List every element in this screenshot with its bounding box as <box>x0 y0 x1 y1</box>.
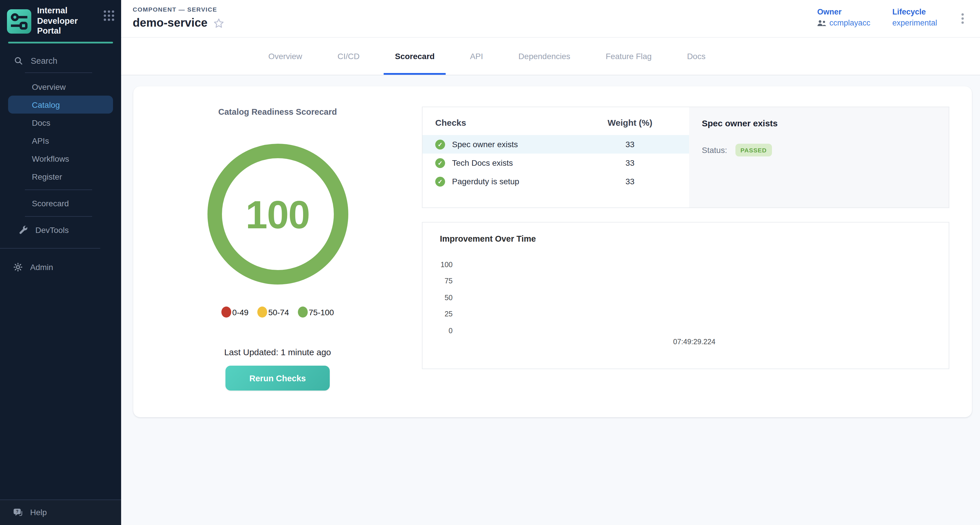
y-axis-tick: 50 <box>430 294 453 302</box>
tab-overview[interactable]: Overview <box>267 38 303 75</box>
app-viewport: Internal Developer Portal Search Overvie… <box>0 0 980 525</box>
check-passed-icon: ✓ <box>435 139 445 149</box>
checks-table: Checks Weight (%) ✓ Spec owner exists 33… <box>423 107 689 207</box>
check-row-spec-owner[interactable]: ✓ Spec owner exists 33 <box>423 135 689 154</box>
check-weight: 33 <box>584 177 676 186</box>
status-badge: PASSED <box>735 144 772 156</box>
legend-dot-yellow <box>257 307 267 318</box>
tab-api[interactable]: API <box>469 38 484 75</box>
sidebar-item-help[interactable]: ? Help <box>13 508 113 517</box>
sidebar-spacer <box>0 272 121 500</box>
tab-cicd[interactable]: CI/CD <box>336 38 361 75</box>
sidebar-item-label: DevTools <box>35 225 69 234</box>
check-weight: 33 <box>584 158 676 167</box>
legend-item-high: 75-100 <box>298 307 334 318</box>
entity-tabs: Overview CI/CD Scorecard API Dependencie… <box>121 38 980 75</box>
legend-dot-red <box>221 307 231 318</box>
last-updated-text: Last Updated: 1 minute ago <box>224 347 331 357</box>
sidebar-item-register[interactable]: Register <box>8 167 113 185</box>
weight-column-header: Weight (%) <box>584 118 676 127</box>
sidebar-nav: Overview Catalog Docs APIs Workflows Reg… <box>0 74 121 239</box>
lifecycle-value: experimental <box>892 19 937 27</box>
x-axis-tick: 07:49:29.224 <box>654 338 735 346</box>
search-divider <box>25 72 92 73</box>
sidebar: Internal Developer Portal Search Overvie… <box>0 0 121 525</box>
legend-dot-green <box>298 307 307 318</box>
group-icon <box>817 19 826 26</box>
y-axis-tick: 0 <box>430 327 453 335</box>
tab-feature-flag[interactable]: Feature Flag <box>605 38 653 75</box>
svg-text:?: ? <box>16 509 19 514</box>
favorite-star-icon[interactable] <box>213 18 224 29</box>
entity-header: COMPONENT — SERVICE demo-service Owner <box>121 0 980 38</box>
legend-label: 75-100 <box>309 307 334 317</box>
tab-dependencies[interactable]: Dependencies <box>517 38 571 75</box>
sidebar-item-docs[interactable]: Docs <box>8 114 113 132</box>
logo-row: Internal Developer Portal <box>0 0 121 42</box>
wrench-icon <box>19 226 28 234</box>
score-summary: Catalog Readiness Scorecard 100 0-49 <box>133 86 422 391</box>
entity-info: COMPONENT — SERVICE demo-service <box>133 0 224 37</box>
main-area: COMPONENT — SERVICE demo-service Owner <box>121 0 980 525</box>
rerun-checks-button[interactable]: Rerun Checks <box>226 366 330 391</box>
check-passed-icon: ✓ <box>435 158 445 168</box>
tab-docs[interactable]: Docs <box>686 38 707 75</box>
owner-label: Owner <box>817 8 870 16</box>
improvement-chart: Improvement Over Time 100 75 50 25 0 07:… <box>422 222 949 369</box>
search-icon <box>14 56 23 65</box>
tab-scorecard[interactable]: Scorecard <box>394 38 436 75</box>
check-name: Pagerduty is setup <box>452 177 584 186</box>
y-axis-tick: 100 <box>430 261 453 269</box>
tab-content: Catalog Readiness Scorecard 100 0-49 <box>121 75 980 525</box>
app-title: Internal Developer Portal <box>37 6 98 37</box>
help-section: ? Help <box>0 500 121 525</box>
sidebar-item-workflows[interactable]: Workflows <box>8 150 113 167</box>
legend-label: 0-49 <box>232 307 249 317</box>
status-label: Status: <box>702 145 727 155</box>
score-gauge: 100 <box>207 143 348 285</box>
help-label: Help <box>30 508 47 517</box>
entity-meta: Owner ccmplayacc Lifecycle experimental <box>817 0 966 37</box>
nav-divider <box>25 216 92 217</box>
check-detail-panel: Spec owner exists Status: PASSED <box>689 107 949 207</box>
check-passed-icon: ✓ <box>435 177 445 186</box>
check-row-pagerduty[interactable]: ✓ Pagerduty is setup 33 <box>423 172 689 191</box>
lifecycle-block: Lifecycle experimental <box>892 8 937 27</box>
portal-logo-icon <box>7 9 31 33</box>
app-grid-icon[interactable] <box>104 10 114 21</box>
sidebar-search[interactable]: Search <box>0 43 121 70</box>
score-legend: 0-49 50-74 75-100 <box>221 307 334 318</box>
sidebar-item-devtools[interactable]: DevTools <box>8 221 113 239</box>
check-detail-title: Spec owner exists <box>702 118 936 128</box>
sidebar-item-scorecard[interactable]: Scorecard <box>8 194 113 212</box>
sidebar-item-label: Docs <box>32 118 51 127</box>
checks-column-header: Checks <box>435 118 584 127</box>
check-row-tech-docs[interactable]: ✓ Tech Docs exists 33 <box>423 154 689 172</box>
sidebar-search-label: Search <box>31 56 57 65</box>
y-axis-tick: 25 <box>430 310 453 318</box>
sidebar-item-label: Register <box>32 172 62 181</box>
sidebar-item-label: APIs <box>32 136 49 145</box>
sidebar-item-catalog[interactable]: Catalog <box>8 95 113 114</box>
sidebar-item-label: Scorecard <box>32 199 69 208</box>
gear-icon <box>13 262 22 272</box>
owner-link[interactable]: ccmplayacc <box>829 19 870 27</box>
sidebar-item-admin[interactable]: Admin <box>0 248 121 272</box>
sidebar-item-label: Catalog <box>32 100 60 109</box>
checks-panel: Checks Weight (%) ✓ Spec owner exists 33… <box>422 107 949 208</box>
sidebar-item-apis[interactable]: APIs <box>8 132 113 150</box>
sidebar-item-overview[interactable]: Overview <box>8 78 113 95</box>
sidebar-item-label: Overview <box>32 82 66 91</box>
legend-item-low: 0-49 <box>221 307 249 318</box>
breadcrumb: COMPONENT — SERVICE <box>133 6 224 13</box>
scorecard-title: Catalog Readiness Scorecard <box>218 107 337 116</box>
legend-item-mid: 50-74 <box>257 307 289 318</box>
checks-table-header: Checks Weight (%) <box>423 115 689 127</box>
y-axis-tick: 75 <box>430 277 453 285</box>
legend-label: 50-74 <box>268 307 289 317</box>
check-name: Spec owner exists <box>452 140 584 149</box>
admin-label: Admin <box>30 262 53 272</box>
help-chat-icon: ? <box>13 508 23 517</box>
kebab-menu-icon[interactable] <box>959 10 966 27</box>
check-weight: 33 <box>584 140 676 149</box>
